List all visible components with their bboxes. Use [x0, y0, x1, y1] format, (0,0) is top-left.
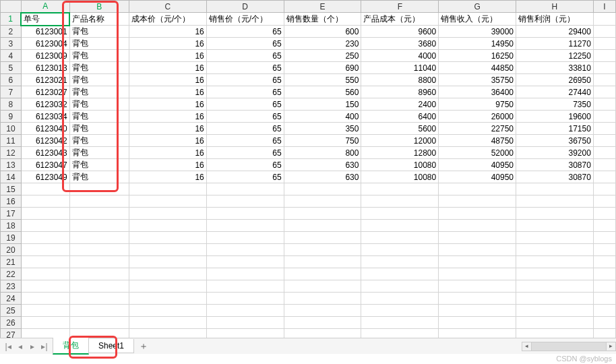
- cell-e7[interactable]: 560: [284, 86, 361, 98]
- cell-h25[interactable]: [516, 305, 594, 317]
- cell-b24[interactable]: [69, 293, 129, 305]
- cell-f25[interactable]: [361, 305, 439, 317]
- cell-b21[interactable]: [69, 256, 129, 268]
- row-header-9[interactable]: 9: [1, 111, 22, 123]
- cell-g7[interactable]: 36400: [439, 86, 516, 98]
- cell-b19[interactable]: [69, 232, 129, 244]
- cell-f2[interactable]: 9600: [361, 26, 439, 38]
- cell-f12[interactable]: 12800: [361, 147, 439, 159]
- cell-c20[interactable]: [129, 244, 206, 256]
- cell-e10[interactable]: 350: [284, 123, 361, 135]
- col-header-h[interactable]: H: [516, 1, 594, 13]
- cell-i17[interactable]: [593, 208, 615, 220]
- cell-a3[interactable]: 6123004: [21, 38, 69, 50]
- cell-h5[interactable]: 33810: [516, 62, 594, 74]
- cell-c16[interactable]: [129, 195, 206, 208]
- cell-i25[interactable]: [593, 305, 615, 317]
- cell-b7[interactable]: 背包: [69, 86, 129, 98]
- cell-g9[interactable]: 26000: [439, 111, 516, 123]
- cell-d10[interactable]: 65: [206, 123, 284, 135]
- cell-i12[interactable]: [593, 147, 615, 159]
- cell-g13[interactable]: 40950: [439, 159, 516, 171]
- cell-h18[interactable]: [516, 220, 594, 232]
- cell-g10[interactable]: 22750: [439, 123, 516, 135]
- cell-e14[interactable]: 630: [284, 171, 361, 183]
- cell-c6[interactable]: 16: [129, 74, 206, 86]
- cell-h7[interactable]: 27440: [516, 86, 594, 98]
- cell-b10[interactable]: 背包: [69, 123, 129, 135]
- cell-g8[interactable]: 9750: [439, 98, 516, 111]
- cell-i1[interactable]: [593, 13, 615, 26]
- cell-g20[interactable]: [439, 244, 516, 256]
- cell-g15[interactable]: [439, 183, 516, 195]
- cell-b4[interactable]: 背包: [69, 50, 129, 62]
- cell-f24[interactable]: [361, 293, 439, 305]
- cell-i14[interactable]: [593, 171, 615, 183]
- cell-h2[interactable]: 29400: [516, 26, 594, 38]
- cell-i21[interactable]: [593, 256, 615, 268]
- cell-b6[interactable]: 背包: [69, 74, 129, 86]
- cell-c3[interactable]: 16: [129, 38, 206, 50]
- row-header-2[interactable]: 2: [1, 26, 22, 38]
- cell-f15[interactable]: [361, 183, 439, 195]
- cell-b14[interactable]: 背包: [69, 171, 129, 183]
- cell-a1[interactable]: 单号: [21, 13, 69, 26]
- cell-i24[interactable]: [593, 293, 615, 305]
- cell-d12[interactable]: 65: [206, 147, 284, 159]
- cell-e23[interactable]: [284, 280, 361, 293]
- row-header-23[interactable]: 23: [1, 280, 22, 293]
- col-header-e[interactable]: E: [284, 1, 361, 13]
- cell-i19[interactable]: [593, 232, 615, 244]
- row-header-19[interactable]: 19: [1, 232, 22, 244]
- cell-b1[interactable]: 产品名称: [69, 13, 129, 26]
- cell-d15[interactable]: [206, 183, 284, 195]
- cell-g3[interactable]: 14950: [439, 38, 516, 50]
- cell-d17[interactable]: [206, 208, 284, 220]
- tab-nav-first[interactable]: |◂: [3, 340, 13, 353]
- cell-h1[interactable]: 销售利润（元）: [516, 13, 594, 26]
- cell-g24[interactable]: [439, 293, 516, 305]
- cell-c10[interactable]: 16: [129, 123, 206, 135]
- col-header-i[interactable]: I: [593, 1, 615, 13]
- cell-e15[interactable]: [284, 183, 361, 195]
- cell-f18[interactable]: [361, 220, 439, 232]
- row-header-26[interactable]: 26: [1, 317, 22, 329]
- cell-e11[interactable]: 750: [284, 135, 361, 147]
- col-header-f[interactable]: F: [361, 1, 439, 13]
- cell-d23[interactable]: [206, 280, 284, 293]
- cell-h20[interactable]: [516, 244, 594, 256]
- cell-e25[interactable]: [284, 305, 361, 317]
- cell-d2[interactable]: 65: [206, 26, 284, 38]
- cell-c14[interactable]: 16: [129, 171, 206, 183]
- cell-c1[interactable]: 成本价（元/个）: [129, 13, 206, 26]
- cell-b5[interactable]: 背包: [69, 62, 129, 74]
- cell-c22[interactable]: [129, 268, 206, 280]
- cell-c23[interactable]: [129, 280, 206, 293]
- cell-f4[interactable]: 4000: [361, 50, 439, 62]
- cell-f10[interactable]: 5600: [361, 123, 439, 135]
- cell-d9[interactable]: 65: [206, 111, 284, 123]
- cell-c25[interactable]: [129, 305, 206, 317]
- cell-f1[interactable]: 产品成本（元）: [361, 13, 439, 26]
- cell-a11[interactable]: 6123042: [21, 135, 69, 147]
- cell-h11[interactable]: 36750: [516, 135, 594, 147]
- row-header-13[interactable]: 13: [1, 159, 22, 171]
- cell-b22[interactable]: [69, 268, 129, 280]
- cell-a16[interactable]: [21, 195, 69, 208]
- tab-nav-prev[interactable]: ◂: [15, 340, 26, 353]
- cell-g17[interactable]: [439, 208, 516, 220]
- cell-d6[interactable]: 65: [206, 74, 284, 86]
- cell-e9[interactable]: 400: [284, 111, 361, 123]
- cell-g12[interactable]: 52000: [439, 147, 516, 159]
- col-header-a[interactable]: A: [21, 1, 69, 13]
- cell-i13[interactable]: [593, 159, 615, 171]
- cell-i26[interactable]: [593, 317, 615, 329]
- cell-i3[interactable]: [593, 38, 615, 50]
- cell-a25[interactable]: [21, 305, 69, 317]
- cell-g5[interactable]: 44850: [439, 62, 516, 74]
- cell-b12[interactable]: 背包: [69, 147, 129, 159]
- cell-g2[interactable]: 39000: [439, 26, 516, 38]
- row-header-11[interactable]: 11: [1, 135, 22, 147]
- cell-a12[interactable]: 6123043: [21, 147, 69, 159]
- cell-g23[interactable]: [439, 280, 516, 293]
